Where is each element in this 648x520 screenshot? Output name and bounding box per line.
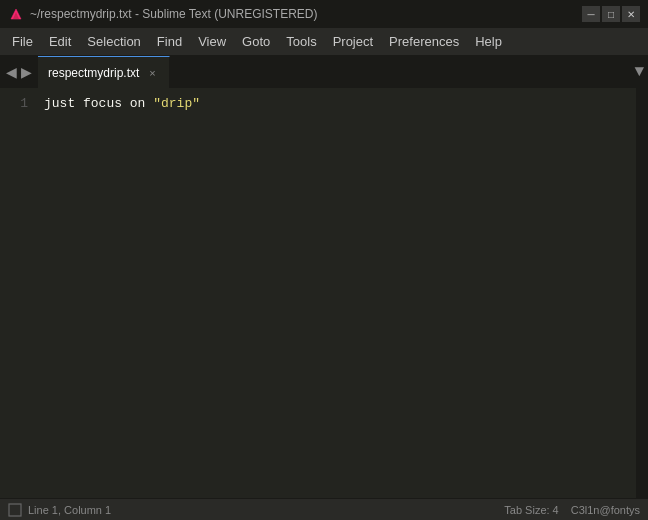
menu-goto[interactable]: Goto	[234, 30, 278, 53]
title-bar-left: ~/respectmydrip.txt - Sublime Text (UNRE…	[8, 6, 318, 22]
menu-bar: File Edit Selection Find View Goto Tools…	[0, 28, 648, 56]
editor-area: 1 just focus on "drip"	[0, 88, 648, 498]
tab-nav-next-button[interactable]: ▶	[19, 65, 34, 79]
code-area[interactable]: just focus on "drip"	[36, 88, 636, 498]
status-syntax[interactable]: C3l1n@fontys	[571, 504, 640, 516]
app-icon	[8, 6, 24, 22]
maximize-button[interactable]: □	[602, 6, 620, 22]
tab-respectmydrip[interactable]: respectmydrip.txt ×	[38, 56, 170, 88]
menu-edit[interactable]: Edit	[41, 30, 79, 53]
status-position[interactable]: Line 1, Column 1	[28, 504, 111, 516]
status-right: Tab Size: 4 C3l1n@fontys	[504, 504, 640, 516]
status-bar: Line 1, Column 1 Tab Size: 4 C3l1n@fonty…	[0, 498, 648, 520]
tab-dropdown-icon[interactable]: ▼	[634, 63, 644, 81]
status-icon	[8, 503, 22, 517]
title-text: ~/respectmydrip.txt - Sublime Text (UNRE…	[30, 7, 318, 21]
svg-rect-2	[9, 504, 21, 516]
scrollbar-right[interactable]	[636, 88, 648, 498]
line-number-1: 1	[8, 94, 28, 115]
tab-close-button[interactable]: ×	[145, 66, 159, 80]
minimize-button[interactable]: ─	[582, 6, 600, 22]
status-tab-size[interactable]: Tab Size: 4	[504, 504, 558, 516]
line-numbers: 1	[0, 88, 36, 498]
menu-selection[interactable]: Selection	[79, 30, 148, 53]
tab-nav-prev-button[interactable]: ◀	[4, 65, 19, 79]
menu-view[interactable]: View	[190, 30, 234, 53]
menu-file[interactable]: File	[4, 30, 41, 53]
tab-bar: ◀ ▶ respectmydrip.txt × ▼	[0, 56, 648, 88]
menu-tools[interactable]: Tools	[278, 30, 324, 53]
menu-project[interactable]: Project	[325, 30, 381, 53]
menu-help[interactable]: Help	[467, 30, 510, 53]
tabs-container: respectmydrip.txt ×	[38, 56, 648, 88]
tab-filename: respectmydrip.txt	[48, 66, 139, 80]
status-left: Line 1, Column 1	[8, 503, 111, 517]
menu-find[interactable]: Find	[149, 30, 190, 53]
title-bar-controls: ─ □ ✕	[582, 6, 640, 22]
code-line-1: just focus on "drip"	[44, 94, 628, 115]
menu-preferences[interactable]: Preferences	[381, 30, 467, 53]
tab-nav-left: ◀ ▶	[0, 56, 38, 88]
title-bar: ~/respectmydrip.txt - Sublime Text (UNRE…	[0, 0, 648, 28]
close-button[interactable]: ✕	[622, 6, 640, 22]
